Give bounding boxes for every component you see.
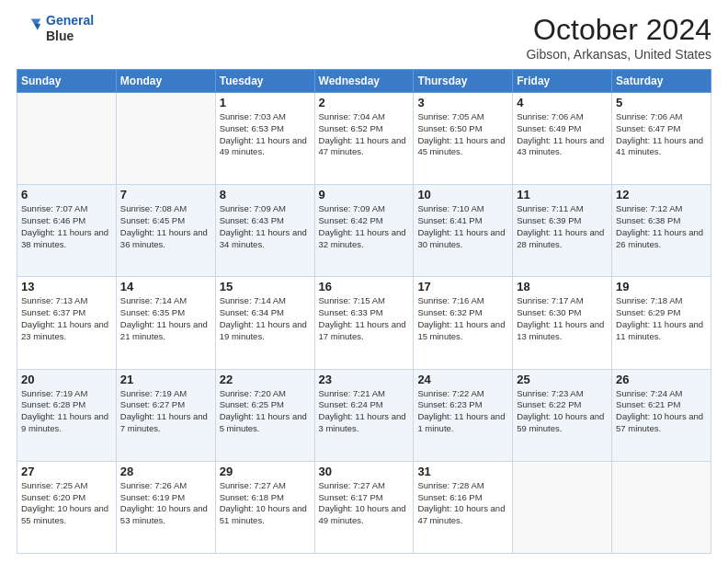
cell-day-number: 4 xyxy=(517,96,608,109)
calendar-cell: 23Sunrise: 7:21 AM Sunset: 6:24 PM Dayli… xyxy=(314,369,414,461)
calendar-cell: 1Sunrise: 7:03 AM Sunset: 6:53 PM Daylig… xyxy=(215,93,314,185)
cell-day-number: 29 xyxy=(220,465,311,478)
cell-info: Sunrise: 7:15 AM Sunset: 6:33 PM Dayligh… xyxy=(319,295,410,342)
calendar-cell: 20Sunrise: 7:19 AM Sunset: 6:28 PM Dayli… xyxy=(17,369,117,461)
weekday-header-row: SundayMondayTuesdayWednesdayThursdayFrid… xyxy=(17,70,711,93)
week-row-1: 1Sunrise: 7:03 AM Sunset: 6:53 PM Daylig… xyxy=(17,93,711,185)
logo-text: General Blue xyxy=(46,13,94,44)
calendar-cell: 27Sunrise: 7:25 AM Sunset: 6:20 PM Dayli… xyxy=(17,461,117,553)
cell-info: Sunrise: 7:08 AM Sunset: 6:45 PM Dayligh… xyxy=(120,203,211,250)
calendar-cell: 12Sunrise: 7:12 AM Sunset: 6:38 PM Dayli… xyxy=(612,185,711,277)
cell-day-number: 2 xyxy=(319,96,410,109)
calendar-cell: 29Sunrise: 7:27 AM Sunset: 6:18 PM Dayli… xyxy=(215,461,314,553)
title-block: October 2024 Gibson, Arkansas, United St… xyxy=(526,13,711,62)
cell-day-number: 7 xyxy=(120,188,211,201)
cell-info: Sunrise: 7:20 AM Sunset: 6:25 PM Dayligh… xyxy=(220,388,311,435)
cell-day-number: 6 xyxy=(21,188,112,201)
calendar-cell: 14Sunrise: 7:14 AM Sunset: 6:35 PM Dayli… xyxy=(116,277,215,369)
calendar-cell: 26Sunrise: 7:24 AM Sunset: 6:21 PM Dayli… xyxy=(612,369,711,461)
calendar-cell: 13Sunrise: 7:13 AM Sunset: 6:37 PM Dayli… xyxy=(17,277,117,369)
cell-info: Sunrise: 7:05 AM Sunset: 6:50 PM Dayligh… xyxy=(417,111,508,158)
logo-line1: General xyxy=(46,13,94,28)
cell-day-number: 12 xyxy=(616,188,707,201)
cell-day-number: 28 xyxy=(120,465,211,478)
cell-day-number: 17 xyxy=(417,280,508,293)
cell-info: Sunrise: 7:06 AM Sunset: 6:47 PM Dayligh… xyxy=(616,111,707,158)
cell-info: Sunrise: 7:17 AM Sunset: 6:30 PM Dayligh… xyxy=(517,295,608,342)
cell-day-number: 24 xyxy=(417,373,508,386)
calendar-cell: 28Sunrise: 7:26 AM Sunset: 6:19 PM Dayli… xyxy=(116,461,215,553)
cell-day-number: 22 xyxy=(220,373,311,386)
calendar-cell xyxy=(17,93,117,185)
cell-info: Sunrise: 7:25 AM Sunset: 6:20 PM Dayligh… xyxy=(21,480,112,527)
cell-info: Sunrise: 7:06 AM Sunset: 6:49 PM Dayligh… xyxy=(517,111,608,158)
calendar-cell: 18Sunrise: 7:17 AM Sunset: 6:30 PM Dayli… xyxy=(513,277,612,369)
weekday-header-friday: Friday xyxy=(513,70,612,93)
calendar-cell: 21Sunrise: 7:19 AM Sunset: 6:27 PM Dayli… xyxy=(116,369,215,461)
cell-day-number: 20 xyxy=(21,373,112,386)
cell-info: Sunrise: 7:23 AM Sunset: 6:22 PM Dayligh… xyxy=(517,388,608,435)
cell-day-number: 1 xyxy=(220,96,311,109)
header: General Blue October 2024 Gibson, Arkans… xyxy=(17,13,711,62)
cell-day-number: 27 xyxy=(21,465,112,478)
cell-info: Sunrise: 7:14 AM Sunset: 6:34 PM Dayligh… xyxy=(220,295,311,342)
cell-day-number: 5 xyxy=(616,96,707,109)
cell-day-number: 11 xyxy=(517,188,608,201)
cell-info: Sunrise: 7:13 AM Sunset: 6:37 PM Dayligh… xyxy=(21,295,112,342)
calendar-cell: 24Sunrise: 7:22 AM Sunset: 6:23 PM Dayli… xyxy=(414,369,513,461)
cell-day-number: 14 xyxy=(120,280,211,293)
week-row-2: 6Sunrise: 7:07 AM Sunset: 6:46 PM Daylig… xyxy=(17,185,711,277)
cell-info: Sunrise: 7:07 AM Sunset: 6:46 PM Dayligh… xyxy=(21,203,112,250)
calendar-cell: 31Sunrise: 7:28 AM Sunset: 6:16 PM Dayli… xyxy=(414,461,513,553)
svg-marker-1 xyxy=(34,24,40,30)
cell-info: Sunrise: 7:21 AM Sunset: 6:24 PM Dayligh… xyxy=(319,388,410,435)
cell-day-number: 9 xyxy=(319,188,410,201)
calendar-cell: 25Sunrise: 7:23 AM Sunset: 6:22 PM Dayli… xyxy=(513,369,612,461)
cell-day-number: 23 xyxy=(319,373,410,386)
week-row-4: 20Sunrise: 7:19 AM Sunset: 6:28 PM Dayli… xyxy=(17,369,711,461)
calendar-cell: 9Sunrise: 7:09 AM Sunset: 6:42 PM Daylig… xyxy=(314,185,414,277)
cell-info: Sunrise: 7:26 AM Sunset: 6:19 PM Dayligh… xyxy=(120,480,211,527)
cell-info: Sunrise: 7:12 AM Sunset: 6:38 PM Dayligh… xyxy=(616,203,707,250)
calendar-cell: 30Sunrise: 7:27 AM Sunset: 6:17 PM Dayli… xyxy=(314,461,414,553)
cell-info: Sunrise: 7:11 AM Sunset: 6:39 PM Dayligh… xyxy=(517,203,608,250)
week-row-5: 27Sunrise: 7:25 AM Sunset: 6:20 PM Dayli… xyxy=(17,461,711,553)
cell-info: Sunrise: 7:04 AM Sunset: 6:52 PM Dayligh… xyxy=(319,111,410,158)
calendar-cell: 5Sunrise: 7:06 AM Sunset: 6:47 PM Daylig… xyxy=(612,93,711,185)
cell-info: Sunrise: 7:27 AM Sunset: 6:17 PM Dayligh… xyxy=(319,480,410,527)
calendar-table: SundayMondayTuesdayWednesdayThursdayFrid… xyxy=(17,69,711,554)
calendar-cell: 8Sunrise: 7:09 AM Sunset: 6:43 PM Daylig… xyxy=(215,185,314,277)
calendar-cell: 10Sunrise: 7:10 AM Sunset: 6:41 PM Dayli… xyxy=(414,185,513,277)
cell-info: Sunrise: 7:16 AM Sunset: 6:32 PM Dayligh… xyxy=(417,295,508,342)
cell-day-number: 30 xyxy=(319,465,410,478)
calendar-cell: 7Sunrise: 7:08 AM Sunset: 6:45 PM Daylig… xyxy=(116,185,215,277)
calendar-cell: 16Sunrise: 7:15 AM Sunset: 6:33 PM Dayli… xyxy=(314,277,414,369)
logo-line2: Blue xyxy=(46,29,94,44)
weekday-header-monday: Monday xyxy=(116,70,215,93)
cell-info: Sunrise: 7:10 AM Sunset: 6:41 PM Dayligh… xyxy=(417,203,508,250)
cell-info: Sunrise: 7:03 AM Sunset: 6:53 PM Dayligh… xyxy=(220,111,311,158)
weekday-header-sunday: Sunday xyxy=(17,70,117,93)
cell-info: Sunrise: 7:09 AM Sunset: 6:42 PM Dayligh… xyxy=(319,203,410,250)
logo-icon xyxy=(17,16,42,41)
weekday-header-saturday: Saturday xyxy=(612,70,711,93)
cell-day-number: 31 xyxy=(417,465,508,478)
weekday-header-tuesday: Tuesday xyxy=(215,70,314,93)
calendar-cell xyxy=(513,461,612,553)
weekday-header-wednesday: Wednesday xyxy=(314,70,414,93)
calendar-cell: 15Sunrise: 7:14 AM Sunset: 6:34 PM Dayli… xyxy=(215,277,314,369)
calendar-cell: 19Sunrise: 7:18 AM Sunset: 6:29 PM Dayli… xyxy=(612,277,711,369)
calendar-cell: 3Sunrise: 7:05 AM Sunset: 6:50 PM Daylig… xyxy=(414,93,513,185)
calendar-cell: 11Sunrise: 7:11 AM Sunset: 6:39 PM Dayli… xyxy=(513,185,612,277)
calendar-cell: 2Sunrise: 7:04 AM Sunset: 6:52 PM Daylig… xyxy=(314,93,414,185)
cell-day-number: 26 xyxy=(616,373,707,386)
cell-info: Sunrise: 7:27 AM Sunset: 6:18 PM Dayligh… xyxy=(220,480,311,527)
week-row-3: 13Sunrise: 7:13 AM Sunset: 6:37 PM Dayli… xyxy=(17,277,711,369)
cell-day-number: 3 xyxy=(417,96,508,109)
calendar-cell: 22Sunrise: 7:20 AM Sunset: 6:25 PM Dayli… xyxy=(215,369,314,461)
cell-day-number: 16 xyxy=(319,280,410,293)
cell-day-number: 8 xyxy=(220,188,311,201)
calendar-cell: 17Sunrise: 7:16 AM Sunset: 6:32 PM Dayli… xyxy=(414,277,513,369)
month-title: October 2024 xyxy=(526,13,711,47)
cell-info: Sunrise: 7:19 AM Sunset: 6:28 PM Dayligh… xyxy=(21,388,112,435)
